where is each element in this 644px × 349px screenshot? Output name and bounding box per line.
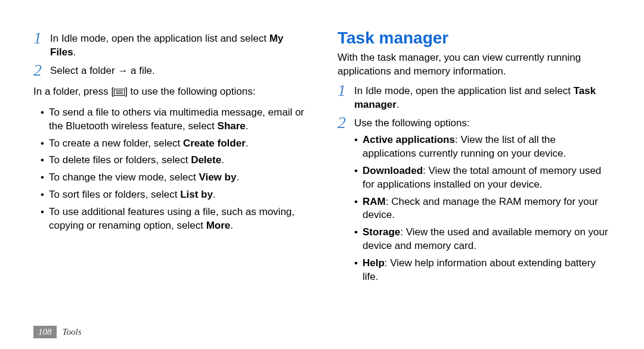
text: Use the following options: [354,117,470,129]
bold-text: Active applications [363,134,455,145]
list-item: Storage: View the used and available mem… [354,226,611,253]
page-footer: 108 Tools [33,326,81,338]
text: To change the view mode, select [49,172,199,183]
bold-text: RAM [363,196,386,207]
text: In a folder, press [ [33,86,114,97]
step-body: In Idle mode, open the application list … [354,82,611,112]
text: : View help information about extending … [363,257,596,282]
text: To send a file to others via multimedia … [49,107,304,132]
section-label: Tools [63,327,82,337]
text: ] to use the following options: [125,86,255,97]
text: To sort files or folders, select [49,189,180,200]
bold-text: Help [363,257,385,269]
bold-text: View by [199,172,236,183]
bold-text: Downloaded [363,165,423,176]
list-item: Help: View help information about extend… [354,257,611,284]
left-bullet-list: To send a file to others via multimedia … [33,106,306,233]
step-body: Select a folder → a file. [50,62,306,78]
list-item: To use additional features using a file,… [41,205,306,233]
right-bullet-list: Active applications: View the list of al… [338,133,611,284]
step-1-left: 1 In Idle mode, open the application lis… [33,30,306,60]
step-2-right: 2 Use the following options: [338,114,611,131]
document-page: 1 In Idle mode, open the application lis… [0,0,644,349]
left-column: 1 In Idle mode, open the application lis… [33,29,306,288]
step-body: Use the following options: [354,114,611,130]
text: To delete files or folders, select [49,154,191,166]
right-column: Task manager With the task manager, you … [338,29,611,288]
list-item: To create a new folder, select Create fo… [41,137,306,151]
text: . [230,220,233,231]
step-number: 1 [338,82,354,99]
step-2-left: 2 Select a folder → a file. [33,62,306,79]
text: . [246,138,249,149]
text: Select a folder → a file. [50,65,155,76]
step-1-right: 1 In Idle mode, open the application lis… [338,82,611,112]
bold-text: Delete [191,154,221,166]
step-number: 2 [338,114,354,131]
list-item: Active applications: View the list of al… [354,133,611,161]
section-heading: Task manager [338,29,611,48]
text: . [246,120,249,132]
two-column-layout: 1 In Idle mode, open the application lis… [33,29,611,288]
bold-text: Create folder [183,138,246,149]
text: . [213,189,216,200]
list-item: Downloaded: View the total amount of mem… [354,164,611,192]
list-item: To delete files or folders, select Delet… [41,154,306,167]
intro-text: With the task manager, you can view curr… [338,51,611,79]
text: : Check and manage the RAM memory for yo… [363,196,598,221]
menu-icon [114,86,125,100]
list-item: To change the view mode, select View by. [41,171,306,185]
bold-text: List by [180,189,213,200]
text: . [397,99,400,110]
page-number-badge: 108 [33,326,57,338]
list-item: RAM: Check and manage the RAM memory for… [354,195,611,223]
text: . [73,46,76,58]
bold-text: Share [218,120,246,132]
bold-text: More [206,220,231,231]
step-body: In Idle mode, open the application list … [50,30,306,60]
text: . [221,154,224,166]
text: In Idle mode, open the application list … [50,33,270,44]
step-number: 2 [33,62,50,79]
bold-text: Storage [363,226,400,238]
list-item: To send a file to others via multimedia … [41,106,306,133]
text: To use additional features using a file,… [49,206,295,231]
step-number: 1 [33,30,50,46]
text: To create a new folder, select [49,138,183,149]
text: . [236,172,239,183]
text: In Idle mode, open the application list … [354,85,574,96]
list-item: To sort files or folders, select List by… [41,188,306,202]
left-instructions: In a folder, press [] to use the followi… [33,85,306,100]
